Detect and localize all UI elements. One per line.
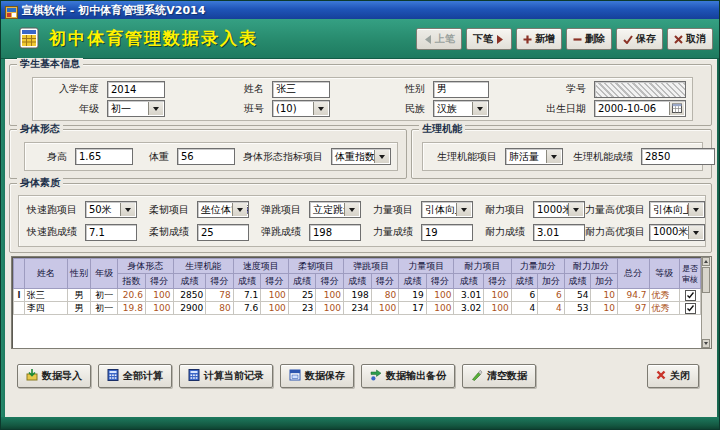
cell-score[interactable]: 80 (206, 302, 233, 315)
clear-data-button[interactable]: 清空数据 (462, 364, 536, 388)
cell-value[interactable]: 198 (343, 289, 371, 302)
field-input[interactable]: 引体向上 (649, 201, 705, 218)
field-input[interactable]: 7.1 (85, 224, 137, 241)
field-input[interactable]: 50米 (85, 201, 137, 218)
row-selector[interactable]: I (14, 289, 25, 302)
scroll-down-icon[interactable] (702, 339, 710, 348)
table-row[interactable]: 李四男初一19.81002900807.61002310023410017100… (14, 302, 701, 315)
field-input[interactable]: 198 (309, 224, 361, 241)
field-input[interactable]: 2014 (107, 81, 165, 98)
cell-value[interactable]: 2900 (173, 302, 206, 315)
field-input[interactable]: 1.65 (75, 148, 133, 165)
table-row[interactable]: I张三男初一20.61002850787.1100251001988019100… (14, 289, 701, 302)
field-input[interactable]: 1000米 (533, 201, 585, 218)
cell-value[interactable]: 54 (564, 289, 591, 302)
cell-value[interactable]: 17 (399, 302, 426, 315)
cell-value[interactable]: 7.6 (233, 302, 260, 315)
reviewed-checkbox[interactable] (685, 303, 696, 314)
prev-record-button[interactable]: 上笔 (416, 28, 462, 50)
cell-value[interactable]: 3.01 (454, 289, 484, 302)
cell-score[interactable]: 100 (145, 289, 173, 302)
cell-score[interactable]: 4 (538, 302, 565, 315)
cell-gender[interactable]: 男 (67, 289, 91, 302)
field-input[interactable]: 19 (421, 224, 473, 241)
cell-grade[interactable]: 初一 (91, 302, 118, 315)
dropdown-arrow-icon[interactable] (472, 102, 487, 115)
field-input[interactable]: 坐位体前屈 (197, 201, 249, 218)
field-input[interactable]: 汉族 (433, 100, 489, 117)
row-selector[interactable] (14, 302, 25, 315)
dropdown-arrow-icon[interactable] (546, 150, 561, 163)
cell-score[interactable]: 100 (484, 302, 512, 315)
cell-score[interactable]: 6 (538, 289, 565, 302)
field-input[interactable]: 3.01 (533, 224, 585, 241)
dropdown-arrow-icon[interactable] (568, 203, 583, 216)
field-input[interactable]: (10) (272, 100, 330, 117)
cell-score[interactable]: 100 (316, 302, 344, 315)
cell-gender[interactable]: 男 (67, 302, 91, 315)
cell-value[interactable]: 4 (511, 302, 538, 315)
dropdown-arrow-icon[interactable] (344, 203, 359, 216)
cell-total[interactable]: 97 (617, 302, 649, 315)
cell-value[interactable]: 7.1 (233, 289, 260, 302)
reviewed-checkbox[interactable] (685, 290, 696, 301)
dropdown-arrow-icon[interactable] (456, 203, 471, 216)
save-record-button[interactable]: 保存 (616, 28, 663, 50)
field-input[interactable]: 初一 (107, 100, 165, 117)
cell-reviewed[interactable] (680, 302, 701, 315)
cell-score[interactable]: 100 (426, 302, 454, 315)
field-input[interactable]: 体重指数 (331, 148, 391, 165)
cell-score[interactable]: 10 (591, 302, 618, 315)
cell-score[interactable]: 100 (145, 302, 173, 315)
dropdown-arrow-icon[interactable] (148, 102, 163, 115)
calendar-button[interactable] (669, 102, 684, 115)
cell-name[interactable]: 李四 (24, 302, 67, 315)
scroll-up-icon[interactable] (702, 257, 710, 266)
calc-current-button[interactable]: 计算当前记录 (179, 364, 273, 388)
field-input[interactable]: 肺活量 (505, 148, 563, 165)
cell-value[interactable]: 53 (564, 302, 591, 315)
dropdown-arrow-icon[interactable] (120, 203, 135, 216)
dropdown-arrow-icon[interactable] (374, 150, 389, 163)
cell-value[interactable]: 2850 (173, 289, 206, 302)
delete-record-button[interactable]: 删除 (566, 28, 612, 50)
add-record-button[interactable]: 新增 (516, 28, 562, 50)
data-export-backup-button[interactable]: 数据输出备份 (361, 364, 455, 388)
cell-value[interactable]: 20.6 (118, 289, 146, 302)
field-input[interactable]: 男 (433, 81, 489, 98)
calc-all-button[interactable]: 全部计算 (98, 364, 172, 388)
cell-name[interactable]: 张三 (24, 289, 67, 302)
data-save-button[interactable]: 数据保存 (280, 364, 354, 388)
dropdown-arrow-icon[interactable] (688, 203, 703, 216)
dropdown-arrow-icon[interactable] (313, 102, 328, 115)
cell-score[interactable]: 80 (371, 289, 399, 302)
cell-grade[interactable]: 初一 (91, 289, 118, 302)
cell-value[interactable]: 19 (399, 289, 426, 302)
close-button[interactable]: 关闭 (647, 364, 699, 388)
field-input[interactable]: 1000米 (649, 224, 705, 241)
scrollbar-thumb[interactable] (702, 267, 710, 293)
cell-score[interactable]: 78 (206, 289, 233, 302)
cell-score[interactable]: 100 (261, 289, 289, 302)
cell-value[interactable]: 234 (343, 302, 371, 315)
field-input[interactable]: 张三 (272, 81, 330, 98)
dropdown-arrow-icon[interactable] (232, 203, 247, 216)
dropdown-arrow-icon[interactable] (688, 226, 703, 239)
cancel-record-button[interactable]: 取消 (667, 28, 713, 50)
cell-score[interactable]: 100 (484, 289, 512, 302)
cell-score[interactable]: 100 (371, 302, 399, 315)
cell-reviewed[interactable] (680, 289, 701, 302)
cell-value[interactable]: 3.02 (454, 302, 484, 315)
cell-value[interactable]: 19.8 (118, 302, 146, 315)
field-input[interactable]: 2000-10-06 (594, 100, 686, 117)
field-input[interactable]: 引体向上 (421, 201, 473, 218)
cell-value[interactable]: 6 (511, 289, 538, 302)
next-record-button[interactable]: 下笔 (466, 28, 512, 50)
cell-total[interactable]: 94.7 (617, 289, 649, 302)
cell-level[interactable]: 优秀 (649, 302, 680, 315)
cell-score[interactable]: 100 (261, 302, 289, 315)
cell-score[interactable]: 100 (316, 289, 344, 302)
field-input[interactable]: 立定跳远 (309, 201, 361, 218)
cell-value[interactable]: 23 (288, 302, 315, 315)
cell-score[interactable]: 100 (426, 289, 454, 302)
